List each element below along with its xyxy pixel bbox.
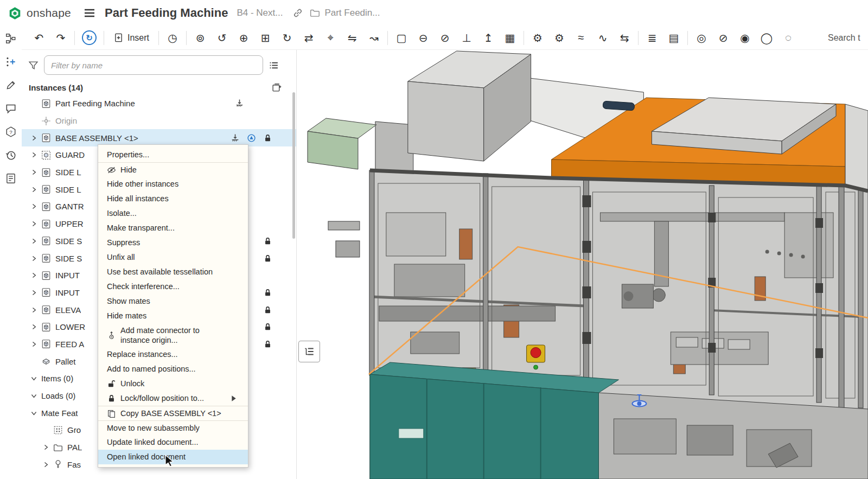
origin-tool-button[interactable]: ⌖ xyxy=(320,28,341,48)
chevron-right-icon[interactable] xyxy=(30,135,37,142)
drag-tool-button[interactable]: ↥ xyxy=(477,28,499,48)
menu-item-label: Unlock xyxy=(120,379,144,388)
gear-relation-button[interactable]: ⚙ xyxy=(527,28,548,48)
undo-button[interactable]: ↶ xyxy=(28,28,50,48)
mirror-tool-button[interactable]: ⇋ xyxy=(341,28,363,48)
menu-item-unlock[interactable]: Unlock xyxy=(98,376,248,391)
chevron-right-icon[interactable] xyxy=(42,444,49,451)
link-icon[interactable] xyxy=(292,8,303,18)
structure-list-icon xyxy=(303,346,315,357)
chevron-right-icon[interactable] xyxy=(30,151,37,158)
screw-relation-button[interactable]: ≈ xyxy=(570,28,592,48)
assembly-structure-icon[interactable] xyxy=(5,33,17,44)
update-linked-button[interactable]: ↻ xyxy=(82,30,97,45)
history-icon[interactable] xyxy=(5,149,17,161)
chevron-right-icon[interactable] xyxy=(30,289,37,296)
menu-item-move-to-new-subassembly[interactable]: Move to new subassembly xyxy=(98,420,248,435)
breadcrumb[interactable]: Part Feedin... xyxy=(310,8,380,18)
chevron-right-icon[interactable] xyxy=(30,341,37,348)
pattern-button[interactable]: ▦ xyxy=(499,28,521,48)
translate-tool-button[interactable]: ⇄ xyxy=(298,28,320,48)
chevron-right-icon[interactable] xyxy=(30,186,37,193)
menu-item-use-best-available-tessellation[interactable]: Use best available tessellation xyxy=(98,265,248,279)
menu-item-update-linked-document[interactable]: Update linked document... xyxy=(98,435,248,450)
in-context-icon[interactable] xyxy=(247,133,256,143)
spring-tool-button[interactable]: ∿ xyxy=(592,28,614,48)
parts-help-icon[interactable]: ? xyxy=(5,126,17,138)
chevron-right-icon[interactable] xyxy=(30,255,37,262)
panel-scrollbar[interactable] xyxy=(292,92,295,239)
menu-item-label: Move to new subassembly xyxy=(107,423,200,433)
mate-connectors-icon[interactable] xyxy=(5,56,17,68)
chevron-right-icon[interactable] xyxy=(30,203,37,210)
chevron-down-icon[interactable] xyxy=(30,375,37,382)
mass-properties-button[interactable]: ◷ xyxy=(162,28,183,48)
menu-item-suppress[interactable]: Suppress xyxy=(98,235,248,250)
create-subassembly-icon[interactable] xyxy=(272,82,282,93)
rotate-gizmo-button[interactable]: ↻ xyxy=(276,28,298,48)
menu-item-hide[interactable]: Hide xyxy=(98,162,248,177)
redo-button[interactable]: ↷ xyxy=(50,28,72,48)
menu-item-hide-mates[interactable]: Hide mates xyxy=(98,309,248,323)
menu-item-hide-all-instances[interactable]: Hide all instances xyxy=(98,191,248,206)
menu-item-isolate[interactable]: Isolate... xyxy=(98,206,248,221)
markup-icon[interactable] xyxy=(5,79,17,91)
transfer-tool-button[interactable]: ⇆ xyxy=(614,28,635,48)
menu-item-replace-instances[interactable]: Replace instances... xyxy=(98,347,248,362)
slider-mate-button[interactable]: ⊘ xyxy=(434,28,456,48)
chevron-down-icon[interactable] xyxy=(30,410,37,417)
mate-button[interactable]: ⊚ xyxy=(189,28,211,48)
pin-slot-mate-button[interactable]: ⊥ xyxy=(456,28,477,48)
anchor-fix-icon[interactable] xyxy=(235,99,244,108)
bom-button[interactable]: ▤ xyxy=(663,28,685,48)
menu-item-make-transparent[interactable]: Make transparent... xyxy=(98,221,248,235)
rotate-tool-button[interactable]: ↺ xyxy=(211,28,233,48)
chevron-right-icon[interactable] xyxy=(30,220,37,227)
box-select-button[interactable]: ▢ xyxy=(391,28,412,48)
menu-item-open-linked-document[interactable]: Open linked document xyxy=(98,450,248,464)
chevron-right-icon[interactable] xyxy=(30,323,37,330)
menu-item-unfix-all[interactable]: Unfix all xyxy=(98,250,248,265)
named-views-button[interactable]: ◉ xyxy=(734,28,756,48)
menu-item-label: Properties... xyxy=(107,150,149,159)
menu-item-copy-base-assembly-1[interactable]: Copy BASE ASSEMBLY <1> xyxy=(98,406,248,420)
menu-item-properties[interactable]: Properties... xyxy=(98,148,248,162)
rack-pinion-button[interactable]: ⚙ xyxy=(548,28,570,48)
chevron-down-icon[interactable] xyxy=(30,392,37,399)
comments-icon[interactable] xyxy=(5,103,17,114)
tree-row-part-feeding-machine[interactable]: Part Feeding Machine xyxy=(22,95,296,112)
align-tool-button[interactable]: ⊕ xyxy=(233,28,254,48)
chevron-right-icon[interactable] xyxy=(30,272,37,279)
anchor-fix-icon[interactable] xyxy=(231,133,240,143)
tree-row-origin[interactable]: Origin xyxy=(22,112,296,130)
tree-item-label: INPUT xyxy=(55,271,80,280)
filter-input[interactable] xyxy=(44,55,263,75)
chevron-right-icon[interactable] xyxy=(30,238,37,245)
cylindrical-mate-button[interactable]: ⊖ xyxy=(412,28,434,48)
menu-item-add-to-named-positions[interactable]: Add to named positions... xyxy=(98,362,248,376)
exploded-view-button[interactable]: ◎ xyxy=(691,28,712,48)
path-tool-button[interactable]: ↝ xyxy=(363,28,385,48)
hamburger-menu-icon[interactable] xyxy=(83,7,96,20)
menu-item-hide-other-instances[interactable]: Hide other instances xyxy=(98,177,248,191)
chevron-right-icon[interactable] xyxy=(30,169,37,176)
menu-item-add-mate-connector-to-instance-origin[interactable]: Add mate connector to instance origin... xyxy=(98,323,248,347)
menu-item-lock-follow-position-to[interactable]: Lock/follow position to... xyxy=(98,391,248,406)
viewport-tree-toggle-button[interactable] xyxy=(298,341,320,362)
menu-item-check-interference[interactable]: Check interference... xyxy=(98,279,248,294)
menu-item-show-mates[interactable]: Show mates xyxy=(98,294,248,309)
toolbar-search[interactable]: Search t xyxy=(828,33,868,43)
report-icon[interactable] xyxy=(5,173,17,184)
display-states-button[interactable]: ◌ xyxy=(777,28,799,48)
section-view-button[interactable]: ⊘ xyxy=(712,28,734,48)
onshape-logo-icon[interactable] xyxy=(8,6,22,21)
viewport-3d[interactable] xyxy=(297,50,868,479)
notes-button[interactable]: ≣ xyxy=(641,28,663,48)
chevron-right-icon[interactable] xyxy=(42,461,49,468)
appearance-button[interactable]: ◯ xyxy=(756,28,777,48)
tree-options-icon[interactable] xyxy=(269,60,279,71)
move-tool-button[interactable]: ⊞ xyxy=(254,28,276,48)
version-label[interactable]: B4 - Next... xyxy=(237,8,283,18)
insert-button[interactable]: Insert xyxy=(107,33,156,43)
chevron-right-icon[interactable] xyxy=(30,306,37,314)
